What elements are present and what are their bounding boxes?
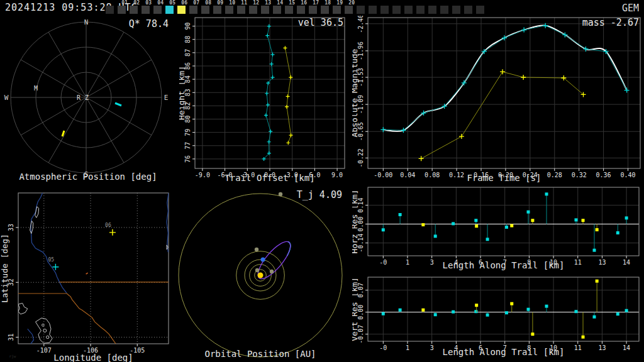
planet-dot-jupiter [279,192,282,196]
stem-point [616,231,619,234]
camera-box-label: 04 [157,0,164,6]
camera-box-label: 09 [217,0,223,6]
cross-marker [286,141,290,145]
camera-box-12[interactable]: 12 [249,6,257,14]
camera-box-blank[interactable] [380,6,389,14]
cross-marker [267,25,271,28]
camera-box-blank[interactable] [106,6,114,14]
polar-annotation-R: R [77,94,81,101]
camera-box-01[interactable]: 01 [118,6,126,14]
x-tick-label: -107 [36,347,52,354]
camera-box-13[interactable]: 13 [261,6,269,14]
stem-point [582,219,585,222]
camera-box-label: 10 [229,0,235,6]
panel-residuals: -013467810111314-0.140.000.14Length Alon… [352,185,644,362]
camera-box-blank[interactable] [404,6,413,14]
stem-point [475,224,478,228]
camera-box-blank[interactable] [452,6,460,14]
x-tick-label: -0 [379,259,387,266]
camera-box-blank[interactable] [357,6,365,14]
stem-point [452,310,455,314]
plot-border [368,277,639,341]
axis-ticks [365,290,626,344]
stat-value: T_j 4.09 [297,189,342,200]
stem-point [382,228,385,231]
y-tick-label: 31 [8,334,14,341]
camera-box-09[interactable]: 09 [213,6,221,14]
cross-marker [286,94,290,98]
plot-border [368,187,639,256]
cross-marker [459,134,464,139]
x-tick-label: -0.00 [374,172,392,178]
camera-box-blank[interactable] [428,6,436,14]
y-axis-title: Height [km] [179,66,186,120]
series-markers-camera-06 [283,46,292,145]
plot-grid [18,193,169,344]
camera-box-16[interactable]: 16 [297,6,305,14]
camera-box-05[interactable]: 05 [165,6,174,14]
camera-box-20[interactable]: 20 [345,6,353,14]
camera-box-label: 03 [145,0,152,6]
camera-box-blank[interactable] [476,6,484,14]
stem-point [486,238,489,241]
camera-box-10[interactable]: 10 [225,6,233,14]
stem-point [582,336,585,339]
stem-point [474,219,477,222]
x-tick-label: 0.28 [547,172,562,178]
map-features [18,193,169,344]
compass-west: W [4,94,9,102]
camera-box-08[interactable]: 08 [201,6,209,14]
y-axis-title: Vert Res [km] [352,277,359,341]
stem-point [505,226,508,229]
cross-marker [267,140,271,144]
camera-box-blank[interactable] [440,6,448,14]
cross-marker [521,28,526,33]
camera-box-19[interactable]: 19 [333,6,341,14]
x-tick-label: 11 [574,259,582,266]
camera-box-04[interactable]: 04 [153,6,162,14]
camera-box-label: 16 [301,0,307,6]
camera-box-label: 19 [336,0,343,6]
cross-marker [502,35,507,40]
sun-dot [258,273,264,278]
stem-point [527,211,530,214]
camera-box-label: 18 [325,0,331,6]
cross-marker [625,88,630,93]
x-tick-label: 3 [430,344,434,351]
camera-box-07[interactable]: 07 [189,6,197,14]
stem-point [574,218,577,221]
camera-box-label: 12 [253,0,259,6]
camera-box-label: 11 [241,0,247,6]
camera-box-blank[interactable] [464,6,472,14]
camera-box-03[interactable]: 03 [142,6,150,14]
ground-track-mark [86,273,88,274]
camera-box-11[interactable]: 11 [237,6,245,14]
stem-series-camera-06 [421,280,598,339]
x-tick-label: 13 [598,344,606,351]
camera-box-blank[interactable] [392,6,401,14]
camera-box-14[interactable]: 14 [273,6,281,14]
camera-box-06[interactable]: 06 [177,6,186,14]
axis-ticks [365,205,626,258]
cross-marker [270,62,274,66]
series-line-camera-05 [383,26,626,131]
camera-box-blank[interactable] [369,6,377,14]
x-axis-title: Length Along Trail [km] [443,347,565,357]
camera-box-blank[interactable] [416,6,425,14]
stem-point [592,249,596,252]
camera-box-18[interactable]: 18 [321,6,329,14]
panel-ground-map: -107-106-105313233Longitude [deg]Latitud… [0,185,177,362]
x-tick-label: 3 [430,259,434,266]
x-axis-title: Length Along Trail [km] [443,260,565,270]
y-tick-label: 90 [184,23,191,30]
camera-box-label: 05 [169,0,175,6]
camera-box-15[interactable]: 15 [285,6,293,14]
camera-box-02[interactable]: 02 [130,6,138,14]
planet-dot-mars [255,248,258,251]
panel-light-curve: -0.000.040.080.120.160.200.240.280.320.3… [352,16,644,185]
stem-point [452,222,455,225]
x-tick-label: 11 [574,344,582,351]
camera-box-17[interactable]: 17 [309,6,317,14]
camera-box-label: 17 [313,0,319,6]
camera-box-label: 02 [133,0,140,6]
